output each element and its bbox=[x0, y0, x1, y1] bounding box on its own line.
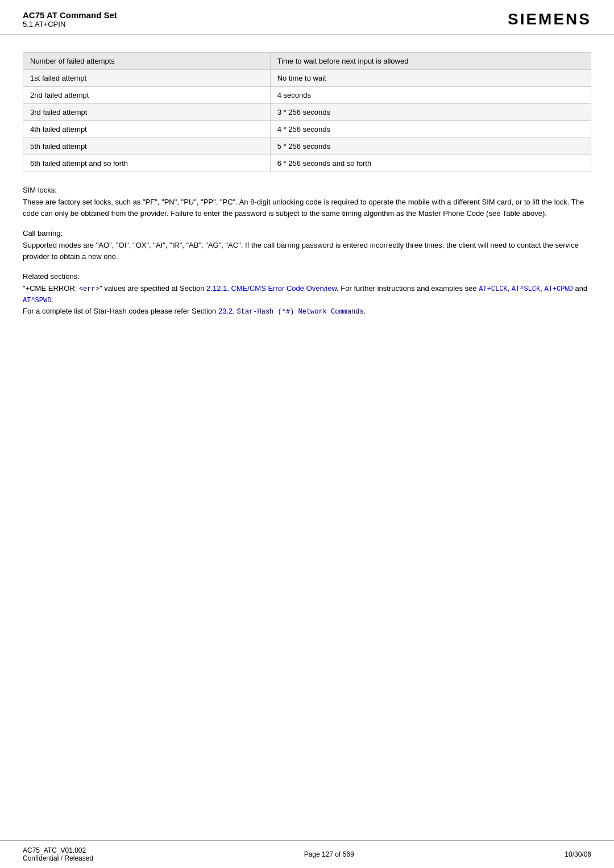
attempts-table: Number of failed attempts Time to wait b… bbox=[23, 52, 591, 172]
page-header: AC75 AT Command Set 5.1 AT+CPIN SIEMENS bbox=[0, 0, 614, 35]
table-row: 5th failed attempt5 * 256 seconds bbox=[23, 138, 591, 155]
table-header-row: Number of failed attempts Time to wait b… bbox=[23, 53, 591, 70]
table-cell-1-1: 4 seconds bbox=[270, 87, 591, 104]
sim-locks-body: These are factory set locks, such as "PF… bbox=[23, 197, 591, 219]
page-footer: AC75_ATC_V01.002 Confidential / Released… bbox=[0, 840, 614, 868]
cme-error-prefix: "+CME ERROR: bbox=[23, 284, 79, 293]
call-barring-title: Call barring: bbox=[23, 229, 591, 237]
table-cell-3-1: 4 * 256 seconds bbox=[270, 121, 591, 138]
table-cell-0-0: 1st failed attempt bbox=[23, 70, 271, 87]
main-content: Number of failed attempts Time to wait b… bbox=[0, 35, 614, 361]
related-sections: Related sections: "+CME ERROR: <err>" va… bbox=[23, 272, 591, 317]
table-cell-4-0: 5th failed attempt bbox=[23, 138, 271, 155]
cme-error-mid1: " values are specified at Section bbox=[99, 284, 206, 293]
table-row: 2nd failed attempt4 seconds bbox=[23, 87, 591, 104]
table-row: 6th failed attempt and so forth6 * 256 s… bbox=[23, 155, 591, 172]
col-header-attempts: Number of failed attempts bbox=[23, 53, 271, 70]
at-clck-link[interactable]: AT+CLCK bbox=[479, 285, 507, 293]
period1: . bbox=[51, 295, 53, 304]
table-cell-3-0: 4th failed attempt bbox=[23, 121, 271, 138]
comma1: , bbox=[508, 284, 512, 293]
footer-doc-id: AC75_ATC_V01.002 bbox=[23, 846, 93, 854]
table-row: 1st failed attemptNo time to wait bbox=[23, 70, 591, 87]
table-cell-1-0: 2nd failed attempt bbox=[23, 87, 271, 104]
table-row: 4th failed attempt4 * 256 seconds bbox=[23, 121, 591, 138]
table-cell-5-1: 6 * 256 seconds and so forth bbox=[270, 155, 591, 172]
cme-err-code: <err> bbox=[79, 285, 99, 293]
call-barring-body: Supported modes are "AO", "OI", "OX", "A… bbox=[23, 240, 591, 262]
header-left: AC75 AT Command Set 5.1 AT+CPIN bbox=[23, 10, 117, 28]
related-sections-title: Related sections: bbox=[23, 272, 591, 281]
star-hash-prefix: For a complete list of Star-Hash codes p… bbox=[23, 307, 218, 315]
cme-error-mid2: . For further instructions and examples … bbox=[337, 284, 479, 293]
table-cell-2-0: 3rd failed attempt bbox=[23, 104, 271, 121]
page-wrapper: AC75 AT Command Set 5.1 AT+CPIN SIEMENS … bbox=[0, 0, 614, 868]
at-spwd-link[interactable]: AT^SPWD bbox=[23, 297, 51, 304]
table-cell-4-1: 5 * 256 seconds bbox=[270, 138, 591, 155]
section-232-link[interactable]: 23.2, bbox=[218, 307, 235, 315]
table-cell-5-0: 6th failed attempt and so forth bbox=[23, 155, 271, 172]
siemens-logo: SIEMENS bbox=[508, 10, 591, 28]
call-barring-section: Call barring: Supported modes are "AO", … bbox=[23, 229, 591, 262]
sim-locks-title: SIM locks: bbox=[23, 186, 591, 194]
and-text: and bbox=[573, 284, 587, 293]
at-slck-link[interactable]: AT^SLCK bbox=[512, 285, 540, 293]
at-cpwd-link[interactable]: AT+CPWD bbox=[544, 285, 572, 293]
footer-confidential: Confidential / Released bbox=[23, 854, 93, 862]
table-row: 3rd failed attempt3 * 256 seconds bbox=[23, 104, 591, 121]
sim-locks-section: SIM locks: These are factory set locks, … bbox=[23, 186, 591, 219]
star-hash-mono: Star-Hash (*#) Network Commands bbox=[237, 308, 363, 316]
header-title: AC75 AT Command Set bbox=[23, 10, 117, 20]
col-header-time: Time to wait before next input is allowe… bbox=[270, 53, 591, 70]
period2: . bbox=[364, 307, 366, 315]
footer-page-number: Page 127 of 569 bbox=[304, 850, 354, 858]
table-cell-0-1: No time to wait bbox=[270, 70, 591, 87]
header-subtitle: 5.1 AT+CPIN bbox=[23, 20, 117, 28]
footer-left: AC75_ATC_V01.002 Confidential / Released bbox=[23, 846, 93, 862]
table-cell-2-1: 3 * 256 seconds bbox=[270, 104, 591, 121]
footer-date: 10/30/06 bbox=[565, 850, 591, 858]
section-2121-link[interactable]: 2.12.1, CME/CMS Error Code Overview bbox=[206, 284, 337, 293]
related-sections-body: "+CME ERROR: <err>" values are specified… bbox=[23, 283, 591, 317]
